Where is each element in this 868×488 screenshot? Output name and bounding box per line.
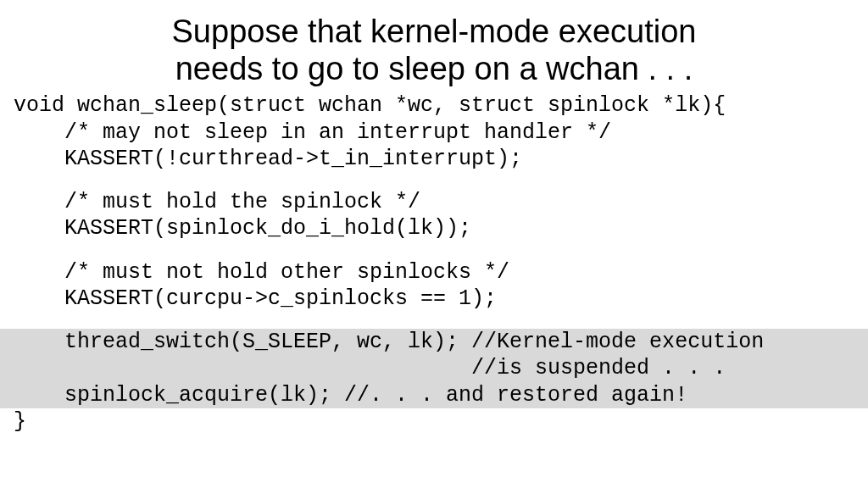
slide-container: Suppose that kernel-mode execution needs… bbox=[0, 0, 868, 488]
code-block: void wchan_sleep(struct wchan *wc, struc… bbox=[0, 92, 868, 435]
blank-line bbox=[14, 172, 868, 189]
slide-title: Suppose that kernel-mode execution needs… bbox=[0, 14, 868, 87]
code-line: spinlock_acquire(lk); //. . . and restor… bbox=[14, 382, 868, 408]
code-line: } bbox=[14, 408, 868, 435]
code-line: void wchan_sleep(struct wchan *wc, struc… bbox=[14, 92, 868, 119]
code-line: KASSERT(curcpu->c_spinlocks == 1); bbox=[14, 286, 868, 312]
blank-line bbox=[14, 242, 868, 259]
code-line: /* must not hold other spinlocks */ bbox=[14, 259, 868, 286]
highlighted-region: thread_switch(S_SLEEP, wc, lk); //Kernel… bbox=[0, 329, 868, 408]
code-line: //is suspended . . . bbox=[14, 355, 868, 381]
code-line: thread_switch(S_SLEEP, wc, lk); //Kernel… bbox=[14, 329, 868, 355]
code-line: KASSERT(!curthread->t_in_interrupt); bbox=[14, 146, 868, 172]
title-line-1: Suppose that kernel-mode execution bbox=[34, 14, 834, 51]
code-line: /* must hold the spinlock */ bbox=[14, 189, 868, 215]
title-line-2: needs to go to sleep on a wchan . . . bbox=[34, 51, 834, 88]
blank-line bbox=[14, 312, 868, 329]
code-line: KASSERT(spinlock_do_i_hold(lk)); bbox=[14, 215, 868, 241]
code-line: /* may not sleep in an interrupt handler… bbox=[14, 119, 868, 146]
